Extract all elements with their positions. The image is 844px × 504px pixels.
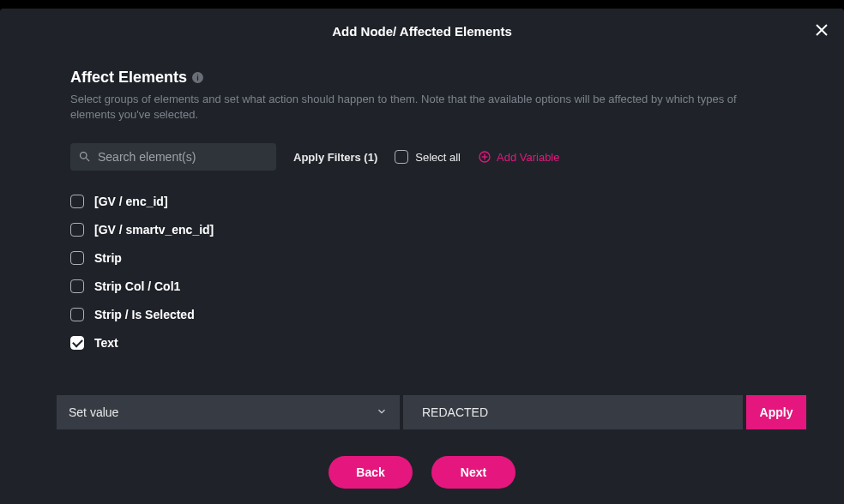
checkbox-icon [70, 336, 84, 350]
svg-point-2 [81, 153, 87, 159]
element-row[interactable]: [GV / smartv_enc_id] [70, 223, 774, 237]
element-label: [GV / smartv_enc_id] [94, 223, 214, 237]
dialog-title: Add Node/ Affected Elements [332, 24, 511, 39]
section-description: Select groups of elements and set what a… [70, 92, 774, 123]
element-label: Strip / Is Selected [94, 308, 195, 321]
search-input[interactable] [70, 143, 276, 171]
section-head: Affect Elements i Select groups of eleme… [70, 69, 774, 123]
element-row[interactable]: [GV / enc_id] [70, 195, 774, 208]
checkbox-icon [70, 251, 84, 265]
search-wrap [70, 143, 276, 171]
dialog: Add Node/ Affected Elements Affect Eleme… [0, 9, 844, 504]
toolbar: Apply Filters (1) Select all Add Variabl… [70, 143, 774, 171]
checkbox-icon [70, 195, 84, 208]
action-value-input[interactable] [403, 395, 743, 429]
section-title-text: Affect Elements [70, 69, 187, 87]
apply-filters-link[interactable]: Apply Filters (1) [293, 151, 377, 164]
action-select[interactable]: Set value [57, 395, 400, 429]
select-all-label: Select all [415, 151, 461, 164]
apply-button[interactable]: Apply [746, 395, 806, 429]
plus-circle-icon [478, 150, 491, 164]
svg-line-3 [86, 159, 89, 162]
element-row[interactable]: Strip [70, 251, 774, 265]
close-icon [814, 22, 829, 40]
element-label: Strip Col / Col1 [94, 279, 180, 293]
checkbox-icon [395, 150, 408, 164]
element-row[interactable]: Strip / Is Selected [70, 308, 774, 321]
element-label: [GV / enc_id] [94, 195, 168, 208]
element-row[interactable]: Text [70, 336, 774, 350]
back-button[interactable]: Back [329, 456, 413, 489]
checkbox-icon [70, 308, 84, 321]
select-all-checkbox[interactable]: Select all [395, 150, 461, 164]
add-variable-button[interactable]: Add Variable [478, 150, 559, 164]
info-icon[interactable]: i [192, 72, 203, 83]
element-label: Strip [94, 251, 122, 265]
chevron-down-icon [376, 405, 388, 420]
next-button[interactable]: Next [431, 456, 515, 489]
search-icon [78, 150, 91, 163]
elements-list: [GV / enc_id][GV / smartv_enc_id]StripSt… [70, 195, 774, 350]
add-variable-label: Add Variable [497, 151, 559, 164]
checkbox-icon [70, 223, 84, 237]
checkbox-icon [70, 279, 84, 293]
dialog-header: Add Node/ Affected Elements [0, 9, 844, 53]
affect-elements-section: Affect Elements i Select groups of eleme… [0, 69, 844, 350]
action-select-label: Set value [69, 405, 118, 419]
action-bar: Set value Apply [57, 395, 806, 429]
element-row[interactable]: Strip Col / Col1 [70, 279, 774, 293]
nav-row: Back Next [0, 456, 844, 489]
close-button[interactable] [811, 21, 832, 41]
section-title: Affect Elements i [70, 69, 774, 87]
element-label: Text [94, 336, 118, 350]
